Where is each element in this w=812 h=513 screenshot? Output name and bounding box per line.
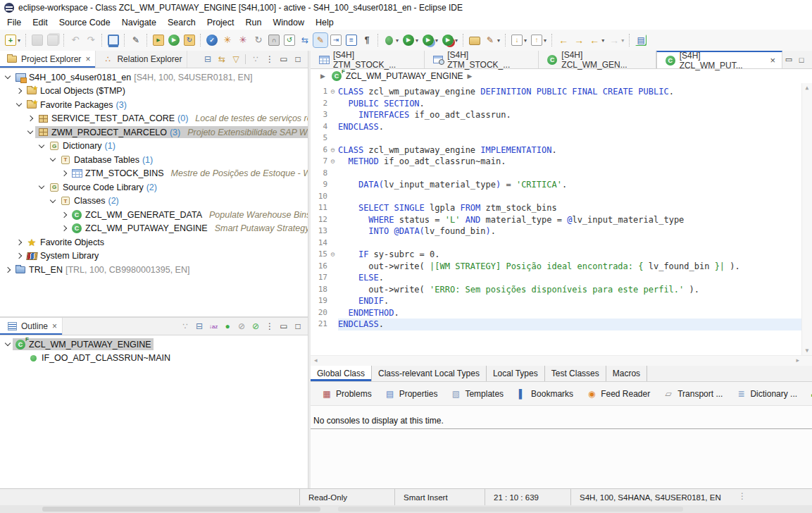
refresh-icon[interactable]: ↻ [251,33,266,47]
tree-item-classes[interactable]: Classes(2) [0,194,308,209]
tree-item-zwm_project_marcelo[interactable]: ZWM_PROJECT_MARCELO(3)Projeto Extensibil… [0,125,308,140]
open-abap-object-icon[interactable]: ▶ [151,33,165,47]
focus-icon[interactable]: ∵ [249,53,262,66]
open-sap-gui-icon[interactable] [106,33,120,47]
editor-tab-3[interactable]: [S4H] ZCL_WM_PUT...× [656,51,782,68]
maximize-icon[interactable]: □ [292,53,304,66]
tree-arrow-icon[interactable] [14,89,24,93]
viewbar-feed-reader[interactable]: ◉Feed Reader [586,388,650,400]
viewbar-dictionary-[interactable]: ≣Dictionary ... [735,388,797,400]
collapse-all-icon[interactable]: ⊟ [193,320,206,333]
lock-icon[interactable]: ∩ [267,33,281,47]
code-line[interactable]: 8 [311,168,802,180]
tree-arrow-icon[interactable] [25,131,35,133]
tree-item-ztm_stock_bins[interactable]: ZTM_STOCK_BINSMestre de Posições de Esto… [0,167,308,181]
menu-project[interactable]: Project [201,16,240,29]
filter-icon[interactable]: ▽ [230,53,242,66]
dropdown-arrow-icon[interactable]: ▾ [601,37,604,44]
activate-sparkle-icon[interactable]: ✳ [220,33,235,47]
menu-run[interactable]: Run [240,16,268,29]
editor-tab-2[interactable]: [S4H] ZCL_WM_GEN... [539,51,656,68]
run-abap-object-icon[interactable]: ▶ [167,33,181,47]
show-public-icon[interactable]: ● [221,320,234,333]
tree-arrow-icon[interactable] [3,343,13,345]
tree-arrow-icon[interactable] [59,213,69,217]
code-line[interactable]: 2 PUBLIC SECTION. [311,98,802,110]
editor-tab-1[interactable]: [S4H] ZTM_STOCK_... [425,51,539,68]
code-line[interactable]: 14 [311,237,802,249]
code-line[interactable]: 4ENDCLASS. [311,121,802,133]
subtab-local-types[interactable]: Local Types [487,366,545,381]
tree-item-zcl_wm_generate_data[interactable]: ZCL_WM_GENERATE_DATAPopulate Warehouse B… [0,208,308,222]
code-line[interactable]: 10 [311,191,802,203]
previous-edit-icon[interactable]: ← [556,33,570,47]
code-line[interactable]: 9 DATA(lv_input_material_type) = 'CRITIC… [311,179,802,191]
tree-item-favorite objects[interactable]: ★Favorite Objects [0,235,308,249]
export-icon[interactable]: ↑▾ [530,33,548,47]
close-icon[interactable]: × [770,55,775,66]
tree-arrow-icon[interactable] [14,240,24,245]
maximize-icon[interactable]: □ [292,320,304,333]
code-line[interactable]: 20 ENDMETHOD. [311,307,802,319]
dropdown-arrow-icon[interactable]: ▾ [396,37,399,44]
tree-arrow-icon[interactable] [59,226,69,230]
highlight-brush-icon[interactable]: ✎▾ [483,33,501,47]
code-line[interactable]: 11 SELECT SINGLE lgpla FROM ztm_stock_bi… [311,202,802,214]
back-icon[interactable]: ←▾ [587,33,606,47]
dropdown-arrow-icon[interactable]: ▾ [18,37,20,44]
menu-navigate[interactable]: Navigate [116,16,162,29]
menu-file[interactable]: File [1,16,27,29]
open-folder-icon[interactable] [468,34,482,47]
tree-arrow-icon[interactable] [3,76,13,78]
hide-nonpublic-icon[interactable]: ⊘ [249,320,262,333]
focus-icon[interactable]: ∵ [179,320,192,333]
code-line[interactable]: 5 [311,132,802,144]
format-source-icon[interactable]: ✎ [313,33,327,47]
code-line[interactable]: 18 out->write( 'ERRO: Sem posições dispo… [311,284,802,296]
tree-item-system library[interactable]: System Library [0,249,308,264]
scroll-down-icon[interactable]: ▼ [802,347,812,354]
tree-arrow-icon[interactable] [37,186,46,188]
menu-help[interactable]: Help [310,16,339,29]
horizontal-scrollbar[interactable]: ◂ ▸ [311,355,812,366]
run-list-icon[interactable]: ▶▾ [421,33,439,47]
viewbar-transport-[interactable]: ▱Transport ... [663,388,723,400]
tree-arrow-icon[interactable] [14,254,24,258]
redo-icon[interactable]: ↷ [84,33,98,47]
dropdown-arrow-icon[interactable]: ▾ [416,37,418,44]
hide-static-icon[interactable]: ⊘ [235,320,248,333]
tree-item-dictionary[interactable]: Dictionary(1) [0,140,308,154]
save-all-icon[interactable] [46,33,60,47]
collapse-all-icon[interactable]: ⊟ [201,53,214,66]
fold-marker-icon[interactable]: ⊖ [327,156,338,168]
fold-marker-icon[interactable]: ⊖ [327,249,338,261]
tree-item-trl_en[interactable]: TRL_EN[TRL, 100, CB9980001395, EN] [0,263,308,277]
undo-icon[interactable]: ↶ [68,33,82,47]
viewbar-bookmarks[interactable]: ▌Bookmarks [516,388,573,400]
subtab-global-class[interactable]: Global Class [311,366,372,381]
import-icon[interactable]: ↓▾ [510,33,528,47]
check-sync-icon[interactable]: ↺ [282,33,296,47]
tree-arrow-icon[interactable] [25,116,35,120]
next-edit-icon[interactable]: → [572,33,586,47]
activate-icon[interactable]: ✓ [205,33,219,47]
tree-item-source code library[interactable]: Source Code Library(2) [0,180,308,194]
editor-tab-0[interactable]: [S4H] ZTM_STOCK_... [311,51,425,68]
tree-arrow-icon[interactable] [37,145,46,147]
dropdown-arrow-icon[interactable]: ▾ [455,37,458,44]
dropdown-arrow-icon[interactable]: ▾ [435,37,438,44]
tab-outline[interactable]: Outline× [0,318,63,335]
fold-marker-icon[interactable]: ⊖ [327,144,338,156]
viewbar-templates[interactable]: ▧Templates [450,388,504,400]
menu-window[interactable]: Window [267,16,309,29]
menu-source-code[interactable]: Source Code [54,16,116,29]
dropdown-arrow-icon[interactable]: ▾ [621,37,624,44]
view-menu-icon[interactable]: ⋮ [263,320,276,333]
tree-item-service_test_data_core[interactable]: SERVICE_TEST_DATA_CORE(0)Local de testes… [0,112,308,126]
code-line[interactable]: 16 out->write( |[WM STRATEGY] Posição id… [311,261,802,273]
link-with-editor-icon[interactable]: ⇆ [216,53,228,66]
profile-icon[interactable]: ▶▾ [441,33,459,47]
tree-item-favorite packages[interactable]: Favorite Packages(3) [0,98,308,112]
view-menu-icon[interactable]: ⋮ [263,53,276,66]
menu-edit[interactable]: Edit [27,16,54,29]
